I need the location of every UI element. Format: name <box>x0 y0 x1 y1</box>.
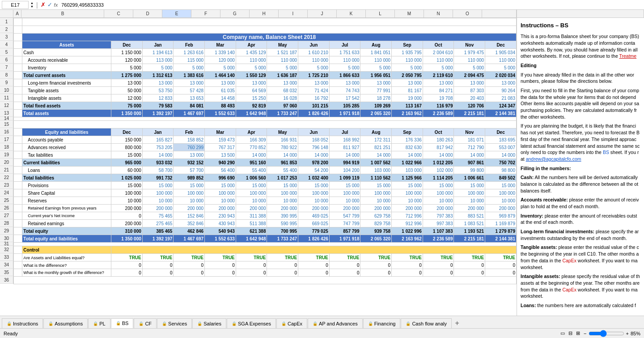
total-equity-label: Total equity <box>22 227 111 235</box>
cell-nav-arrows[interactable]: ▲ ▼ <box>30 1 34 9</box>
cancel-icon[interactable]: ✗ <box>41 1 46 8</box>
col-G[interactable]: G <box>220 10 250 17</box>
row-num-4: 4 <box>0 41 13 48</box>
tab-bar: 🔒 Instructions 🔒 Assumptions 🔒 PL 🔒 BS 🔒… <box>0 316 644 328</box>
table-row <box>14 26 517 34</box>
table-row-spacer <box>14 117 517 121</box>
col-B[interactable]: B <box>21 10 104 17</box>
col-H[interactable]: H <box>250 10 279 17</box>
zoom-slider[interactable] <box>589 330 624 337</box>
row-num-12: 12 <box>0 102 13 109</box>
table-row-empty36 <box>14 277 517 284</box>
view-page-icon[interactable]: ⊞ <box>576 330 580 336</box>
nov-header1: Nov <box>454 41 485 49</box>
formula-input[interactable] <box>61 2 642 8</box>
panel-tangible: Tangible assets: please enter the residu… <box>521 244 640 270</box>
row-num-23: 23 <box>0 181 13 189</box>
table-row-current-liab: Current liabilities 965 000 933 032 932 … <box>14 159 517 167</box>
tab-cashflow[interactable]: 🔒 Cash flow analy <box>401 318 452 328</box>
tab-ap-advances[interactable]: 🔒 AP and Advances <box>308 318 363 328</box>
tab-label-assumptions: Assumptions <box>55 321 83 326</box>
jul-header1: Jul <box>329 41 360 49</box>
lock-icon: 🔒 <box>368 321 373 326</box>
panel-loans: Loans: the numbers here are automaticall… <box>521 302 640 309</box>
table-row: Loans 60 000 58 700 57 700 56 400 55 400… <box>14 167 517 174</box>
view-normal-icon[interactable]: ▭ <box>560 330 565 336</box>
row-num-25: 25 <box>0 197 13 204</box>
tab-salaries[interactable]: 🔒 Salaries <box>192 318 226 328</box>
row-num-20: 20 <box>0 158 13 166</box>
tab-financing[interactable]: 🔒 Financing <box>363 318 401 328</box>
confirm-icon[interactable]: ✓ <box>47 1 52 8</box>
add-sheet-button[interactable]: + <box>452 318 462 328</box>
tab-instructions[interactable]: 🔒 Instructions <box>2 318 43 328</box>
zoom-level: 85% <box>631 331 640 336</box>
row-num-28: 28 <box>0 219 13 227</box>
view-layout-icon[interactable]: ⊟ <box>568 330 572 336</box>
row-num-14: 14 <box>0 117 13 120</box>
col-F[interactable]: F <box>191 10 220 17</box>
zoom-in-button[interactable]: + <box>626 331 629 336</box>
col-E[interactable]: E <box>162 10 191 17</box>
mar-header1: Mar <box>205 41 236 49</box>
tab-services[interactable]: 🔒 Services <box>157 318 192 328</box>
sep-header1: Sep <box>392 41 423 49</box>
tab-label-capex: CapEx <box>288 321 302 326</box>
tab-cf[interactable]: 🔒 CF <box>134 318 157 328</box>
col-J[interactable]: J <box>308 10 337 17</box>
col-I[interactable]: I <box>279 10 308 17</box>
tangible-label: Tangible assets <box>22 87 111 94</box>
jun-header1: Jun <box>298 41 330 49</box>
tab-capex[interactable]: 🔒 CapEx <box>276 318 307 328</box>
col-M[interactable]: M <box>395 10 424 17</box>
tab-label-services: Services <box>168 321 187 326</box>
row-num-18: 18 <box>0 143 13 151</box>
row-num-6: 6 <box>0 56 13 64</box>
table-row-title: Company name, Balance Sheet 2018 <box>14 34 517 41</box>
row-num-22: 22 <box>0 174 13 181</box>
tab-sga[interactable]: 🔒 SGA Expenses <box>227 318 276 328</box>
table-row: Provisions 15 000 15 000 15 000 15 000 1… <box>14 182 517 189</box>
col-A[interactable]: A <box>13 10 21 17</box>
table-row: Accounts receivable 120 000 113 000 115 … <box>14 56 517 64</box>
table-row: Share Capital 100 000 100 000 100 000 10… <box>14 189 517 197</box>
feb-header1: Feb <box>174 41 205 49</box>
col-C[interactable]: C <box>104 10 133 17</box>
row-num-21: 21 <box>0 166 13 174</box>
col-D[interactable]: D <box>133 10 162 17</box>
inventory-label: Inventory <box>22 64 111 72</box>
lock-icon: 🔒 <box>93 321 98 326</box>
email-link[interactable]: andrew@agcapitalcfo.com <box>526 156 581 162</box>
ap-label: Accounts payable <box>22 136 111 144</box>
tab-assumptions[interactable]: 🔒 Assumptions <box>43 318 88 328</box>
cash-dec[interactable]: 1 150 000 <box>111 49 143 56</box>
zoom-out-button[interactable]: − <box>584 331 586 336</box>
col-O[interactable]: O <box>453 10 482 17</box>
table-row-grand-total: Total equity and liabilities 1 350 000 1… <box>14 235 517 243</box>
table-row <box>14 18 517 26</box>
control-q3: What is the monthly growth of the differ… <box>22 269 111 277</box>
tab-label-salaries: Salaries <box>203 321 221 326</box>
col-K[interactable]: K <box>337 10 366 17</box>
lock-icon: 🔒 <box>162 321 167 326</box>
tab-label-pl: PL <box>99 321 105 326</box>
panel-p2: If you have already filled in the data i… <box>521 72 640 85</box>
table-row: Advances received 800 000 753 205 760 29… <box>14 144 517 151</box>
row-num-9: 9 <box>0 79 13 86</box>
aug-header1: Aug <box>360 41 392 49</box>
panel-editing-header: Editing <box>521 62 640 69</box>
fx-label: fx <box>54 2 58 8</box>
tab-bs[interactable]: 🔒 BS <box>111 318 134 328</box>
cell-reference[interactable]: E17 <box>2 1 29 9</box>
status-ready: Ready <box>4 331 18 336</box>
col-L[interactable]: L <box>366 10 395 17</box>
total-current-label: Total current assets <box>22 72 111 79</box>
table-row-total-liab: Total liabilities 1 025 000 991 732 989 … <box>14 174 517 182</box>
lock-icon: 🔒 <box>7 321 12 326</box>
col-N[interactable]: N <box>424 10 453 17</box>
lock-icon: 🔒 <box>232 321 237 326</box>
total-equity-liab-label: Total equity and liabilities <box>22 235 111 243</box>
tab-pl[interactable]: 🔒 PL <box>88 318 110 328</box>
row-header-corner <box>0 10 13 17</box>
total-fixed-label: Total fixed assets <box>22 102 111 110</box>
